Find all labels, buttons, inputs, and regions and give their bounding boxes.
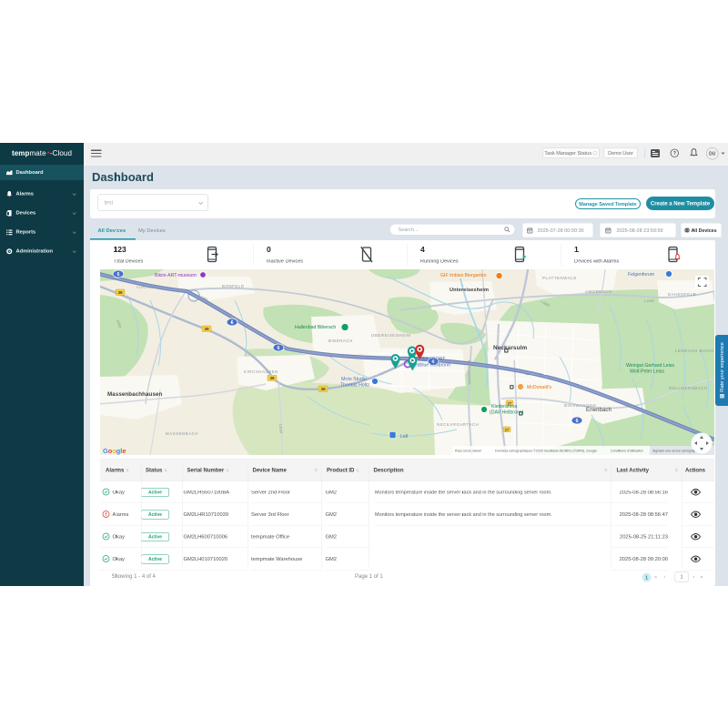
svg-text:6: 6: [576, 418, 579, 423]
svg-text:Google: Google: [103, 447, 126, 455]
svg-text:Felgenforum: Felgenforum: [628, 271, 654, 277]
svg-text:Untereisesheim: Untereisesheim: [450, 287, 489, 292]
svg-text:Conditions d'utilisation: Conditions d'utilisation: [611, 450, 643, 453]
svg-text:GIF Imbiss Biergarten: GIF Imbiss Biergarten: [440, 272, 487, 278]
svg-text:Hallenbad Biberach: Hallenbad Biberach: [295, 324, 336, 329]
svg-text:Raccourcis clavier: Raccourcis clavier: [455, 450, 482, 453]
svg-text:PLATTENWALD: PLATTENWALD: [542, 276, 577, 280]
svg-text:OBEREISESHEIM: OBEREISESHEIM: [371, 333, 410, 338]
svg-text:GELLMERSBACH: GELLMERSBACH: [669, 386, 708, 390]
svg-text:39: 39: [117, 290, 123, 295]
svg-text:L1103: L1103: [278, 424, 283, 434]
svg-text:L1095: L1095: [644, 299, 654, 303]
svg-text:Lidl: Lidl: [400, 433, 408, 439]
svg-text:LENNACH BUCHH.: LENNACH BUCHH.: [675, 349, 714, 353]
svg-text:27: 27: [505, 427, 510, 431]
svg-text:AMORBACH: AMORBACH: [585, 289, 612, 294]
svg-text:FÜRFELD: FÜRFELD: [136, 286, 157, 289]
svg-text:DAHENFELD: DAHENFELD: [668, 292, 696, 297]
svg-text:Erlenbach: Erlenbach: [586, 407, 612, 412]
svg-text:6: 6: [117, 271, 120, 277]
svg-text:Moto Studio: Moto Studio: [341, 376, 367, 381]
svg-text:Bikini-ART-museum: Bikini-ART-museum: [155, 272, 197, 278]
svg-text:Données cartographiques ©2025: Données cartographiques ©2025 GeoBasis-D…: [495, 450, 597, 453]
svg-text:redblue Heilbronn: redblue Heilbronn: [413, 362, 450, 368]
svg-text:NECKARGARTACH: NECKARGARTACH: [437, 422, 479, 427]
svg-text:39: 39: [269, 376, 275, 380]
svg-text:Wolf-Peter Leiss: Wolf-Peter Leiss: [630, 369, 664, 374]
svg-text:?: ?: [673, 150, 677, 156]
svg-text:Weingut Gerhard Leiss: Weingut Gerhard Leiss: [626, 362, 674, 368]
svg-text:BIBERACH: BIBERACH: [329, 339, 353, 343]
svg-text:KIRCHHAUSEN: KIRCHHAUSEN: [244, 369, 278, 374]
svg-text:Kletterarena: Kletterarena: [491, 403, 517, 409]
svg-text:39: 39: [320, 387, 326, 391]
svg-text:BONFELD: BONFELD: [222, 284, 245, 288]
svg-text:Massenbachhausen: Massenbachhausen: [107, 390, 163, 397]
svg-text:Thomas Holtz: Thomas Holtz: [340, 382, 369, 388]
svg-text:39: 39: [204, 327, 209, 331]
svg-text:6: 6: [278, 345, 280, 350]
svg-text:Neckarsulm: Neckarsulm: [493, 344, 527, 350]
svg-text:McDonald's: McDonald's: [527, 384, 551, 389]
svg-text:MASSENBACH: MASSENBACH: [166, 431, 198, 436]
svg-text:(DAV Heilbronn): (DAV Heilbronn): [490, 410, 524, 415]
svg-text:6: 6: [231, 319, 234, 325]
